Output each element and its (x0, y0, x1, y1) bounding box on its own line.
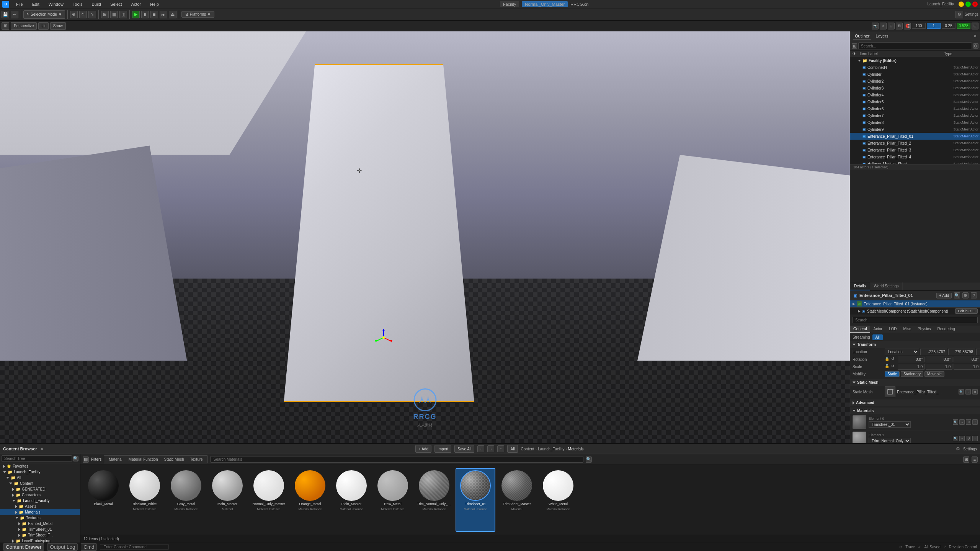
lit-button[interactable]: Lit (38, 22, 49, 30)
outliner-item[interactable]: ▣ Enterance_Pillar_Tilted_2 StaticMeshAc… (850, 140, 980, 147)
show-button[interactable]: Show (50, 22, 66, 30)
outliner-item[interactable]: ▣ Cylinder6 StaticMeshActor (850, 105, 980, 112)
characters-tree-item[interactable]: 📁 Characters (0, 492, 80, 498)
mat1-nav[interactable]: → (959, 436, 965, 441)
platforms-button[interactable]: 🖥 Platforms ▼ (181, 11, 214, 18)
cb-close-icon[interactable]: ✕ (40, 447, 43, 451)
materials-section-title[interactable]: Materials (850, 408, 980, 414)
scale-reset-icon[interactable]: ↺ (891, 364, 897, 369)
outliner-item[interactable]: ▣ Cylinder2 StaticMeshActor (850, 78, 980, 85)
rotation-y-input[interactable] (926, 357, 952, 362)
mat0-browse[interactable]: 🔍 (953, 419, 958, 425)
all-button[interactable]: All (507, 445, 518, 453)
mesh-reset-icon[interactable]: ↺ (972, 389, 978, 395)
details-options-icon[interactable]: ⚙ (962, 292, 969, 298)
trimsheetf-tree-item[interactable]: 📁 TrimSheet_F... (0, 532, 80, 538)
pause-button[interactable]: ⏸ (141, 11, 149, 18)
eject-button[interactable]: ⏏ (169, 11, 176, 18)
snap-vp-icon[interactable]: 🧲 (904, 23, 911, 29)
close-button[interactable]: × (972, 2, 978, 7)
menu-select[interactable]: Select (108, 1, 124, 7)
cb-up-icon[interactable]: ↑ (497, 445, 504, 452)
outliner-folder-facility[interactable]: 📁 Facility (Editor) (850, 57, 980, 64)
sort-icon[interactable]: ≡ (972, 456, 978, 463)
materials-tree-item[interactable]: 📁 Materials (0, 509, 80, 515)
lod-tab[interactable]: LOD (886, 326, 900, 333)
outliner-item[interactable]: ▣ Enterance_Pillar_Tilted_3 StaticMeshAc… (850, 147, 980, 153)
viewport-options-icon[interactable]: ⊞ (2, 22, 9, 30)
bc-materials[interactable]: Materials (568, 447, 584, 451)
filter-texture[interactable]: Texture (188, 456, 205, 462)
mat-black-metal[interactable]: Black_Metal (84, 469, 122, 531)
outliner-filter-icon[interactable]: ⊞ (852, 43, 857, 49)
cb-settings-icon[interactable]: ⚙ (956, 446, 960, 452)
view-toggle-icon[interactable]: ⊞ (963, 456, 969, 463)
rotation-reset-icon[interactable]: ↺ (891, 357, 897, 362)
rotate-icon[interactable]: ↻ (79, 11, 87, 18)
rotation-lock-icon[interactable]: 🔒 (885, 357, 890, 362)
details-tab[interactable]: Details (850, 282, 870, 290)
element1-dropdown[interactable]: Trim_Normal_Only_01 (869, 438, 911, 443)
grid-vp-icon[interactable]: ⊞ (888, 23, 895, 29)
menu-tools[interactable]: Tools (70, 1, 85, 7)
cb-forward-icon[interactable]: → (487, 445, 494, 452)
bc-launch[interactable]: Launch_Facility (538, 447, 564, 451)
level-tree-item[interactable]: 📁 LevelPrototyping (0, 538, 80, 543)
step-button[interactable]: ⏭ (160, 11, 167, 18)
stationary-button[interactable]: Stationary (901, 371, 923, 377)
scale-icon[interactable]: ⤡ (88, 11, 96, 18)
static-mesh-title[interactable]: Static Mesh (850, 379, 980, 386)
settings-button[interactable]: ⚙ (956, 11, 963, 18)
viewport[interactable]: ✛ 人人 RRCG 人人素材 (0, 31, 850, 443)
mat1-reset[interactable]: ↺ (966, 436, 971, 441)
outliner-item[interactable]: ▣ Cylinder3 StaticMeshActor (850, 85, 980, 91)
play-button[interactable]: ▶ (132, 11, 140, 18)
mat-main-master[interactable]: Main_Master Material (208, 469, 247, 531)
outliner-item[interactable]: ▣ Combined4 StaticMeshActor (850, 64, 980, 71)
mat-normal-only[interactable]: Normal_Only_Master Material Instance (250, 469, 288, 531)
stop-button[interactable]: ⏹ (150, 11, 158, 18)
details-search-input[interactable] (853, 317, 978, 323)
undo-icon[interactable]: ↩ (11, 11, 18, 18)
location-z-input[interactable] (976, 349, 980, 355)
console-input[interactable] (100, 544, 169, 550)
cb-search-input[interactable] (210, 456, 584, 463)
textures-tree-item[interactable]: 📁 Textures (0, 515, 80, 521)
launch-facility-tree-item[interactable]: 📁 Launch_Facility (0, 469, 80, 475)
actor-tab[interactable]: Actor (871, 326, 885, 333)
scale-z-input[interactable] (954, 364, 980, 370)
viewport-maximize-icon[interactable]: ⊟ (972, 23, 978, 29)
light-icon[interactable]: ☀ (880, 23, 887, 29)
outliner-tab[interactable]: Outliner (853, 33, 871, 39)
maximize-button[interactable]: □ (965, 2, 971, 7)
details-search-icon[interactable]: 🔍 (954, 292, 960, 298)
rotation-x-input[interactable] (898, 357, 924, 362)
mat-blockout-white[interactable]: Blockout_White Material Instance (126, 469, 164, 531)
outliner-item[interactable]: ▣ Cylinder5 StaticMeshActor (850, 98, 980, 105)
mat0-more[interactable]: ⋮ (972, 419, 978, 425)
instance-item[interactable]: ▶ ◎ Enterance_Pillar_Tilted_01 (Instance… (850, 300, 980, 308)
content-drawer-button[interactable]: Content Drawer (3, 543, 44, 551)
menu-window[interactable]: Window (46, 1, 66, 7)
mat-trim-normal[interactable]: Trim_Normal_Only_01 Material Instance (415, 469, 453, 531)
assets-tree-item[interactable]: 📁 Assets (0, 504, 80, 509)
bc-content[interactable]: Content (521, 447, 534, 451)
outliner-item[interactable]: ▣ Cylinder9 StaticMeshActor (850, 126, 980, 133)
outliner-item[interactable]: ▣ Cylinder8 StaticMeshActor (850, 119, 980, 126)
mat-trimsheet01[interactable]: Trimsheet_01 Material Instance (456, 469, 495, 531)
content-tree-item[interactable]: 📁 Content (0, 481, 80, 486)
static-button[interactable]: Static (885, 371, 900, 377)
mat0-reset[interactable]: ↺ (966, 419, 971, 425)
mesh-browse-icon[interactable]: 🔍 (959, 389, 964, 395)
filter-static-mesh[interactable]: Static Mesh (162, 456, 186, 462)
menu-build[interactable]: Build (90, 1, 103, 7)
advanced-section-title[interactable]: Advanced (850, 399, 980, 406)
view-icon[interactable]: ◫ (119, 11, 127, 18)
scale-lock-icon[interactable]: 🔒 (885, 364, 890, 369)
misc-tab[interactable]: Misc (900, 326, 914, 333)
scale-y-input[interactable] (926, 364, 952, 370)
painted-tree-item[interactable]: 📁 Painted_Metal (0, 521, 80, 527)
import-button[interactable]: Import (434, 445, 451, 453)
selection-mode-button[interactable]: ↖ Selection Mode ▼ (23, 10, 65, 19)
filters-label[interactable]: Filters (91, 457, 101, 461)
